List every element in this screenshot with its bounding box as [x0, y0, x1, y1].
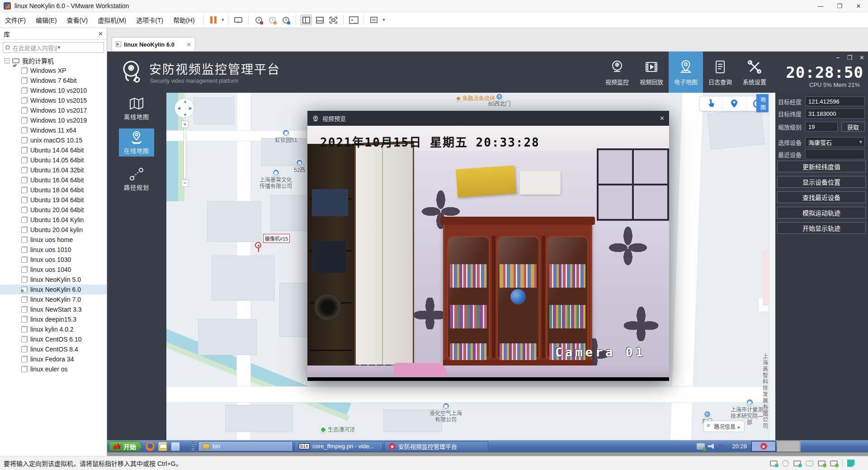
start-menu-button[interactable]: 开始 — [109, 441, 142, 451]
library-close-icon[interactable]: ✕ — [98, 30, 103, 37]
network-device-icon[interactable] — [793, 461, 801, 466]
map-zoom-slider[interactable]: + − — [181, 121, 189, 187]
pan-left-arrow[interactable]: ◀ — [177, 106, 180, 110]
vm-list-item[interactable]: Ubuntu 20.04 kylin — [0, 225, 107, 235]
network-tray-icon[interactable] — [718, 443, 726, 450]
nav-video-monitor[interactable]: 视频监控 — [600, 52, 634, 93]
vm-list-item[interactable]: Ubuntu 19.04 64bit — [0, 195, 107, 205]
library-search-box[interactable]: 在此处键入内容进行搜... ▼ — [3, 42, 104, 53]
vm-list-item[interactable]: Ubuntu 16.04 32bit — [0, 165, 107, 175]
cdrom-device-icon[interactable] — [782, 460, 789, 467]
window-minimize-button[interactable]: — — [811, 0, 830, 12]
nav-system-settings[interactable]: 系统设置 — [737, 52, 772, 93]
search-dropdown-icon[interactable]: ▼ — [57, 45, 101, 50]
vm-list-item[interactable]: Ubuntu 18.04 64bit — [0, 185, 107, 195]
dialog-titlebar[interactable]: 视频预览 ✕ — [307, 111, 669, 126]
menu-item[interactable]: 查看(V) — [62, 12, 93, 28]
vm-list-item[interactable]: Windows 10 vs2017 — [0, 105, 107, 115]
vm-list-item[interactable]: linux NeoKylin 7.0 — [0, 294, 107, 304]
tray-clock[interactable]: 20:28 — [732, 443, 747, 450]
vm-list-item[interactable]: Windows XP — [0, 66, 107, 76]
revert-snapshot-button[interactable] — [266, 14, 278, 25]
dialog-close-button[interactable]: ✕ — [660, 115, 665, 122]
app-minimize-button[interactable]: − — [836, 54, 840, 61]
pan-down-arrow[interactable]: ▼ — [183, 113, 187, 117]
menu-item[interactable]: 编辑(E) — [31, 12, 62, 28]
tree-node-my-computer[interactable]: − 我的计算机 — [0, 56, 107, 66]
tray-app-button[interactable]: ☻ — [751, 441, 776, 451]
zoom-out-button[interactable]: − — [181, 180, 189, 187]
vm-list-item[interactable]: linux Fedora 34 — [0, 354, 107, 364]
unity-mode-button[interactable] — [368, 14, 380, 25]
vm-list-item[interactable]: Ubuntu 20.04 64bit — [0, 205, 107, 215]
pan-up-arrow[interactable]: ▲ — [183, 99, 187, 104]
menu-item[interactable]: 虚拟机(M) — [93, 12, 131, 28]
vm-list-item[interactable]: Ubuntu 16.04 64bit — [0, 175, 107, 185]
taskbar-task-button[interactable]: ☻ 安防视频监控管理平台 — [384, 441, 488, 451]
harddisk-device-icon[interactable] — [770, 461, 778, 466]
vm-list-item[interactable]: linux NeoKylin 6.0 — [0, 285, 107, 294]
map-type-map-button[interactable]: 地图 — [756, 94, 769, 112]
nav-electronic-map[interactable]: 电子地图 — [669, 52, 703, 93]
nearest-device-input[interactable] — [805, 149, 865, 159]
printer-device-icon[interactable] — [806, 461, 813, 466]
app-launcher-icon[interactable] — [171, 442, 180, 451]
show-device-position-button[interactable]: 显示设备位置 — [777, 176, 866, 188]
vm-list-item[interactable]: linux uos 1030 — [0, 255, 107, 265]
window-close-button[interactable]: ✕ — [849, 0, 868, 12]
map-tool-marker[interactable] — [723, 96, 746, 111]
get-zoom-button[interactable]: 获取 — [841, 122, 865, 132]
window-maximize-button[interactable]: ❐ — [830, 0, 849, 12]
map-tool-select[interactable] — [700, 96, 723, 111]
zoom-in-button[interactable]: + — [181, 121, 189, 128]
vm-list-item[interactable]: Windows 10 vs2010 — [0, 85, 107, 95]
show-desktop-button[interactable] — [777, 441, 800, 452]
update-latlng-button[interactable]: 更新经纬度值 — [777, 161, 866, 172]
unity-dropdown-arrow[interactable]: ▼ — [382, 18, 386, 22]
console-view-button[interactable]: >_ — [348, 14, 359, 25]
latitude-input[interactable]: 31.183000 — [805, 109, 865, 119]
vm-list-item[interactable]: linux CentOS 8.4 — [0, 344, 107, 354]
vm-list-item[interactable]: linux uos home — [0, 235, 107, 245]
longitude-input[interactable]: 121.412596 — [805, 96, 865, 106]
map-pan-pad[interactable]: ▲ ▼ ◀ ▶ — [175, 98, 194, 118]
vm-list-item[interactable]: Windows 7 64bit — [0, 76, 107, 85]
vm-list-item[interactable]: Ubuntu 16.04 Kylin — [0, 215, 107, 225]
vm-list-item[interactable]: Windows 10 vs2015 — [0, 95, 107, 105]
side-nav-route-plan[interactable]: 路径规划 — [119, 165, 154, 193]
vm-list-item[interactable]: Windows 10 vs2019 — [0, 115, 107, 125]
vm-list-item[interactable]: Windows 11 x64 — [0, 125, 107, 135]
vm-list-item[interactable]: linux kylin 4.0.2 — [0, 324, 107, 334]
app-maximize-button[interactable]: ❐ — [847, 54, 852, 61]
tree-expander-icon[interactable]: − — [5, 58, 9, 63]
volume-tray-icon[interactable] — [708, 443, 716, 450]
side-nav-online-map[interactable]: 在线地图 — [119, 128, 154, 157]
simulate-track-button[interactable]: 模拟运动轨迹 — [777, 207, 866, 218]
device-select[interactable]: 海康萤石 — [805, 137, 865, 147]
tab-close-icon[interactable]: ✕ — [186, 41, 191, 48]
suspend-dropdown-arrow[interactable]: ▼ — [221, 18, 225, 22]
fullscreen-button[interactable] — [327, 14, 339, 25]
pan-right-arrow[interactable]: ▶ — [189, 106, 192, 110]
vm-list-item[interactable]: linux euler os — [0, 364, 107, 374]
firefox-launcher-icon[interactable] — [146, 442, 155, 451]
mail-launcher-icon[interactable] — [158, 442, 167, 451]
zoom-level-input[interactable]: 19 — [805, 122, 838, 132]
vm-list-item[interactable]: linux deepin15.3 — [0, 314, 107, 324]
suspend-vm-button[interactable] — [208, 14, 219, 25]
camera-marker-label[interactable]: 摄像机#15 — [263, 234, 290, 243]
menu-item[interactable]: 帮助(H) — [168, 12, 199, 28]
vm-list-item[interactable]: unix macOS 10.15 — [0, 135, 107, 145]
show-library-button[interactable] — [300, 14, 312, 25]
nav-video-playback[interactable]: 视频回放 — [634, 52, 669, 93]
zoom-track[interactable] — [184, 129, 186, 179]
vm-list-item[interactable]: linux NeoKylin 5.0 — [0, 275, 107, 285]
show-thumbnail-bar-button[interactable] — [314, 14, 326, 25]
vm-list-item[interactable]: linux NewStart 3.3 — [0, 304, 107, 314]
nav-log-query[interactable]: 日志查询 — [703, 52, 737, 93]
menu-item[interactable]: 选项卡(T) — [131, 12, 168, 28]
take-snapshot-button[interactable] — [253, 14, 264, 25]
vm-list-item[interactable]: linux uos 1010 — [0, 245, 107, 255]
usb-device-icon[interactable] — [830, 461, 838, 466]
sound-device-icon[interactable] — [818, 461, 826, 466]
